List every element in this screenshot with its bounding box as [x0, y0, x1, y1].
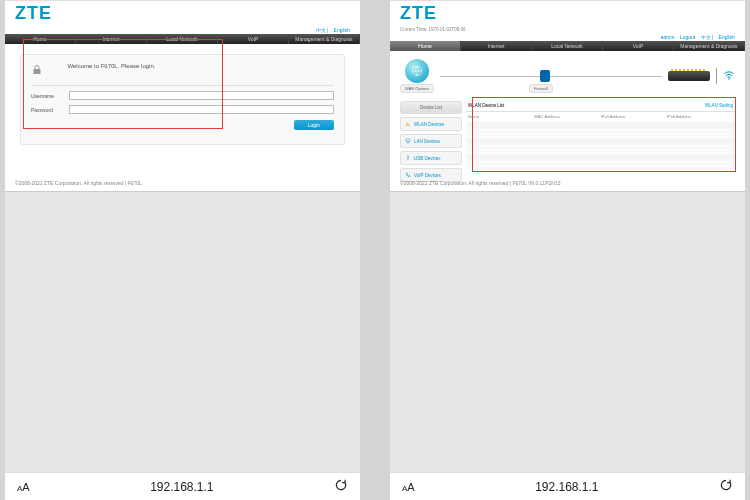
wan-options[interactable]: WAN Options — [400, 84, 434, 93]
side-menu: Device List WLAN Devices LAN Devices USB… — [400, 101, 462, 182]
content: ZTE 中文 | English Home Internet Local Net… — [5, 0, 360, 500]
side-lan[interactable]: LAN Devices — [400, 134, 462, 148]
admin-link[interactable]: admin — [661, 34, 675, 40]
highlight-box — [23, 39, 223, 129]
nav-mgmt[interactable]: Management & Diagnosis — [289, 34, 360, 44]
reload-icon[interactable] — [334, 478, 348, 496]
nav-home[interactable]: Home — [390, 41, 461, 51]
nav-voip[interactable]: VoIP — [603, 41, 674, 51]
divider — [716, 68, 717, 84]
address-bar[interactable]: 192.168.1.1 — [40, 480, 324, 494]
page: ZTE 中文 | English Home Internet Local Net… — [5, 1, 360, 191]
svg-point-5 — [408, 155, 409, 156]
topology: WAN Options Firewall — [400, 55, 735, 97]
reload-icon[interactable] — [719, 478, 733, 496]
login-button[interactable]: Login — [294, 120, 334, 130]
screenshot-login: ZTE 中文 | English Home Internet Local Net… — [5, 0, 360, 500]
footer: ©2008-2021 ZTE Corporation. All rights r… — [390, 177, 570, 189]
wifi-icon[interactable] — [723, 67, 735, 85]
current-time: Current Time: 1970-01-02T08:06 — [390, 26, 745, 33]
side-header: Device List — [400, 101, 462, 114]
empty-area — [390, 191, 745, 472]
page: ZTE Current Time: 1970-01-02T08:06 admin… — [390, 1, 745, 191]
text-size-control[interactable]: AA — [17, 481, 30, 493]
nav-local[interactable]: Local Network — [532, 41, 603, 51]
connection-line: Firewall — [440, 76, 662, 77]
top-nav: Home Internet Local Network VoIP Managem… — [390, 41, 745, 51]
lang-en[interactable]: English — [719, 34, 735, 40]
svg-point-3 — [406, 125, 407, 126]
lang-cn[interactable]: 中文 — [701, 34, 711, 40]
nav-mgmt[interactable]: Management & Diagnosis — [674, 41, 745, 51]
firewall-icon[interactable] — [540, 70, 550, 82]
lang-en[interactable]: English — [334, 27, 350, 33]
browser-toolbar: AA 192.168.1.1 — [390, 472, 745, 500]
logout-link[interactable]: Logout — [680, 34, 695, 40]
empty-area — [5, 191, 360, 472]
nav-voip[interactable]: VoIP — [218, 34, 289, 44]
side-wlan[interactable]: WLAN Devices — [400, 117, 462, 131]
content: ZTE Current Time: 1970-01-02T08:06 admin… — [390, 0, 745, 500]
brand-logo: ZTE — [390, 1, 745, 26]
highlight-box — [472, 97, 736, 172]
svg-rect-4 — [406, 139, 410, 142]
firewall-label[interactable]: Firewall — [529, 84, 553, 93]
brand-logo: ZTE — [5, 1, 360, 26]
address-bar[interactable]: 192.168.1.1 — [425, 480, 709, 494]
globe-icon[interactable] — [405, 59, 429, 83]
side-usb[interactable]: USB Devices — [400, 151, 462, 165]
screenshot-dashboard: ZTE Current Time: 1970-01-02T08:06 admin… — [390, 0, 745, 500]
language-switch[interactable]: 中文 | English — [5, 26, 360, 34]
nav-internet[interactable]: Internet — [461, 41, 532, 51]
lang-cn[interactable]: 中文 — [316, 27, 326, 33]
top-links: admin Logout 中文 | English — [390, 33, 745, 41]
text-size-control[interactable]: AA — [402, 481, 415, 493]
router-icon[interactable] — [668, 71, 710, 81]
footer: ©2008-2021 ZTE Corporation. All rights r… — [5, 177, 152, 189]
svg-point-2 — [728, 78, 730, 80]
browser-toolbar: AA 192.168.1.1 — [5, 472, 360, 500]
